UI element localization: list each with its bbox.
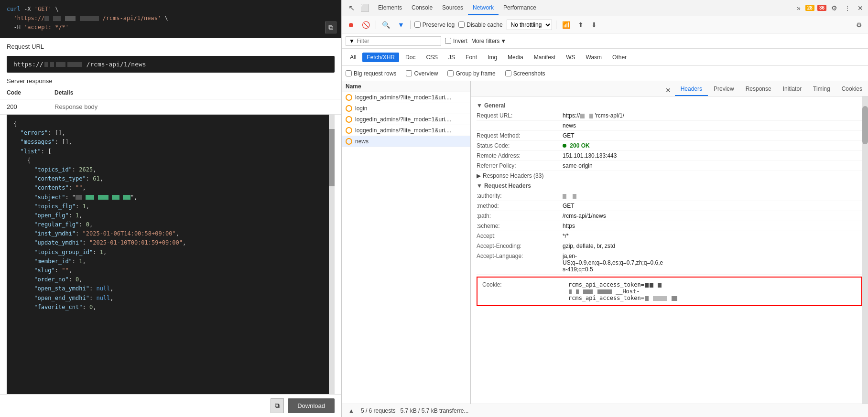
record-button[interactable]: ⏺ [346, 20, 356, 30]
code-200-row: 200 Response body [0, 99, 341, 115]
tab-performance[interactable]: Performance [499, 1, 541, 15]
network-list-items[interactable]: loggedin_admins/?lite_mode=1&uri.... log… [342, 92, 470, 404]
detail-tab-response[interactable]: Response [740, 83, 777, 96]
response-body-label: Response body [54, 103, 98, 110]
detail-tab-headers[interactable]: Headers [675, 83, 708, 96]
type-btn-manifest[interactable]: Manifest [530, 53, 560, 62]
type-btn-wasm[interactable]: Wasm [582, 53, 607, 62]
request-headers-section[interactable]: ▼ Request Headers [477, 181, 862, 191]
network-item-name-2: loggedin_admins/?lite_mode=1&uri.... [355, 116, 467, 123]
scheme-key: :scheme: [477, 223, 563, 229]
group-by-frame-label[interactable]: Group by frame [447, 70, 495, 77]
download-bar: ⧉ Download [0, 394, 341, 417]
screenshots-text: Screenshots [513, 70, 545, 77]
search-button[interactable]: 🔍 [380, 20, 392, 30]
detail-tab-preview[interactable]: Preview [708, 83, 740, 96]
details-header: Details [54, 89, 73, 96]
group-by-frame-checkbox[interactable] [447, 70, 454, 76]
type-btn-all[interactable]: All [346, 53, 360, 62]
devtools-close-button[interactable]: ✕ [856, 3, 865, 13]
type-btn-js[interactable]: JS [444, 53, 459, 62]
network-list-header: Name [342, 81, 470, 92]
upload-button[interactable]: ⬆ [576, 20, 586, 30]
detail-tab-timing[interactable]: Timing [807, 83, 836, 96]
preserve-log-label[interactable]: Preserve log [414, 21, 455, 28]
disable-cache-checkbox[interactable] [458, 21, 465, 28]
curl-line-1: curl -X 'GET' \ [7, 5, 335, 14]
type-btn-img[interactable]: Img [483, 53, 501, 62]
type-btn-other[interactable]: Other [608, 53, 631, 62]
path-key: :path: [477, 213, 563, 219]
detail-tab-cookies[interactable]: Cookies [836, 83, 868, 96]
tab-console[interactable]: Console [407, 1, 437, 15]
response-headers-section[interactable]: ▶ Response Headers (33) [477, 171, 862, 181]
detail-close-button[interactable]: ✕ [662, 85, 675, 96]
filter-button[interactable]: ▼ [396, 20, 406, 30]
wifi-button[interactable]: 📶 [560, 20, 572, 30]
filter-input-wrap: ▼ [346, 36, 441, 46]
general-chevron: ▼ [477, 102, 482, 109]
method-key: :method: [477, 203, 563, 209]
detail-content[interactable]: ▼ General Request URL: https:// 'rcms-ap… [471, 96, 868, 404]
left-panel: curl -X 'GET' \ 'https:// /rcms-api/1/ne… [0, 0, 342, 417]
clear-button[interactable]: 🚫 [360, 20, 372, 30]
devtools-tab-bar: ↖ ⬜ Elements Console Sources Network Per… [342, 0, 868, 16]
tab-elements[interactable]: Elements [373, 1, 407, 15]
response-headers-chevron: ▶ [477, 172, 481, 179]
network-item-1[interactable]: login [342, 103, 470, 114]
json-viewer[interactable]: { "errors": [], "messages": [], "list": … [7, 115, 335, 394]
big-request-rows-checkbox[interactable] [346, 70, 352, 76]
filter-input[interactable] [357, 38, 428, 44]
detail-scrollbar[interactable] [862, 96, 868, 404]
download-button[interactable]: Download [288, 398, 335, 413]
type-btn-fetchxhr[interactable]: Fetch/XHR [362, 53, 399, 62]
request-url-row2: news [477, 121, 862, 131]
fetch-icon-2 [346, 116, 352, 123]
type-btn-font[interactable]: Font [461, 53, 481, 62]
type-btn-doc[interactable]: Doc [401, 53, 420, 62]
invert-label[interactable]: Invert [445, 38, 467, 44]
overview-checkbox[interactable] [406, 70, 412, 76]
type-btn-media[interactable]: Media [503, 53, 528, 62]
screenshots-checkbox[interactable] [505, 70, 511, 76]
request-url-row: Request URL: https:// 'rcms-api/1/ [477, 111, 862, 121]
network-item-0[interactable]: loggedin_admins/?lite_mode=1&uri.... [342, 92, 470, 103]
more-tabs-button[interactable]: » [795, 3, 803, 13]
network-item-news[interactable]: news [342, 136, 470, 147]
throttle-select[interactable]: No throttling [507, 20, 552, 30]
settings-icon-button[interactable]: ⚙ [854, 20, 864, 30]
more-filters-button[interactable]: More filters ▼ [471, 38, 506, 44]
devtools-more-button[interactable]: ⋮ [842, 3, 853, 13]
authority-key: :authority: [477, 192, 563, 199]
copy-curl-button[interactable]: ⧉ [325, 21, 336, 33]
json-scrollbar[interactable] [329, 115, 335, 394]
screenshots-label[interactable]: Screenshots [505, 70, 545, 77]
detail-scroll-thumb[interactable] [862, 106, 868, 144]
type-btn-ws[interactable]: WS [562, 53, 579, 62]
network-item-3[interactable]: loggedin_admins/?lite_mode=1&uri.... [342, 125, 470, 136]
method-row: :method: GET [477, 201, 862, 211]
big-request-rows-label[interactable]: Big request rows [346, 70, 396, 77]
overview-label[interactable]: Overview [406, 70, 438, 77]
copy-response-button[interactable]: ⧉ [271, 398, 284, 413]
scroll-up-button[interactable]: ▲ [347, 406, 356, 415]
invert-checkbox[interactable] [445, 38, 451, 44]
fetch-icon-1 [346, 105, 352, 112]
network-item-2[interactable]: loggedin_admins/?lite_mode=1&uri.... [342, 114, 470, 125]
download-icon-button[interactable]: ⬇ [589, 20, 599, 30]
status-code-value: 200 [7, 103, 54, 110]
tab-network[interactable]: Network [468, 1, 499, 15]
preserve-log-checkbox[interactable] [414, 21, 421, 28]
detail-tab-initiator[interactable]: Initiator [777, 83, 807, 96]
request-url-value: https:// /rcms-api/1/news [7, 56, 335, 73]
tab-sources[interactable]: Sources [437, 1, 468, 15]
accept-language-row: Accept-Language: ja,en-US;q=0.9,en;q=0.8… [477, 251, 862, 275]
network-item-name-1: login [355, 105, 467, 112]
general-section-title[interactable]: ▼ General [477, 100, 862, 111]
accept-key: Accept: [477, 233, 563, 239]
devtools-settings-button[interactable]: ⚙ [829, 3, 839, 13]
type-btn-css[interactable]: CSS [422, 53, 442, 62]
device-toolbar-icon[interactable]: ⬜ [358, 3, 371, 13]
disable-cache-label[interactable]: Disable cache [458, 21, 502, 28]
cursor-icon[interactable]: ↖ [347, 2, 357, 13]
